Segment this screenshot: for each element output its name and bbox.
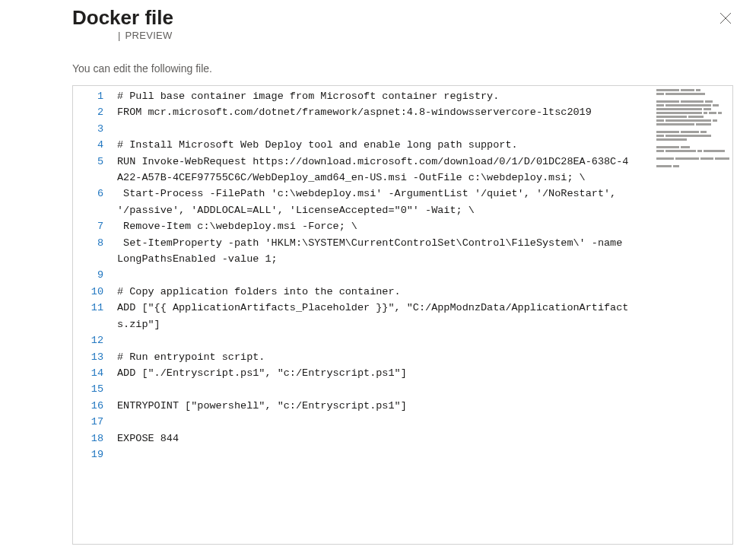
code-editor[interactable]: 12345678910111213141516171819 # Pull bas… — [72, 85, 733, 545]
code-line[interactable] — [117, 332, 634, 348]
code-line[interactable]: Set-ItemProperty -path 'HKLM:\SYSTEM\Cur… — [117, 235, 634, 268]
code-line[interactable]: Remove-Item c:\webdeploy.msi -Force; \ — [117, 218, 634, 234]
line-number: 8 — [73, 235, 103, 268]
line-gutter: 12345678910111213141516171819 — [73, 86, 113, 544]
line-number: 15 — [73, 381, 103, 397]
line-number: 16 — [73, 398, 103, 414]
code-line[interactable]: # Copy application folders into the cont… — [117, 284, 634, 300]
line-number: 5 — [73, 154, 103, 186]
code-line[interactable] — [117, 121, 634, 137]
code-line[interactable]: EXPOSE 844 — [117, 431, 634, 447]
code-content[interactable]: # Pull base container image from Microso… — [113, 86, 732, 544]
line-number: 10 — [73, 284, 103, 300]
close-icon — [719, 15, 732, 27]
line-number: 13 — [73, 349, 103, 365]
code-line[interactable]: ADD ["./Entryscript.ps1", "c:/Entryscrip… — [117, 365, 634, 381]
line-number: 18 — [73, 431, 103, 447]
code-line[interactable] — [117, 381, 634, 397]
pipe-separator: | — [118, 30, 121, 41]
preview-badge: | PREVIEW — [72, 30, 733, 41]
code-line[interactable]: # Pull base container image from Microso… — [117, 88, 634, 104]
line-number: 19 — [73, 447, 103, 462]
preview-label: PREVIEW — [125, 30, 173, 41]
line-number: 14 — [73, 365, 103, 381]
line-number: 9 — [73, 267, 103, 283]
code-line[interactable]: ENTRYPOINT ["powershell", "c:/Entryscrip… — [117, 398, 634, 414]
line-number: 17 — [73, 414, 103, 430]
line-number: 4 — [73, 137, 103, 153]
code-line[interactable]: RUN Invoke-WebRequest https://download.m… — [117, 154, 634, 186]
line-number: 6 — [73, 186, 103, 218]
close-button[interactable] — [715, 8, 736, 29]
panel-header: Docker file — [72, 6, 733, 30]
line-number: 3 — [73, 121, 103, 137]
code-line[interactable]: # Run entrypoint script. — [117, 349, 634, 365]
code-line[interactable] — [117, 267, 634, 283]
code-line[interactable]: # Install Microsoft Web Deploy tool and … — [117, 137, 634, 153]
subheader-text: You can edit the following file. — [72, 62, 733, 75]
code-line[interactable]: Start-Process -FilePath 'c:\webdeploy.ms… — [117, 186, 634, 218]
line-number: 1 — [73, 88, 103, 104]
line-number: 2 — [73, 104, 103, 120]
panel-title: Docker file — [72, 6, 173, 30]
line-number: 7 — [73, 218, 103, 234]
code-line[interactable]: ADD ["{{ ApplicationArtifacts_Placeholde… — [117, 300, 634, 332]
code-line[interactable]: FROM mcr.microsoft.com/dotnet/framework/… — [117, 104, 634, 120]
line-number: 12 — [73, 332, 103, 348]
code-line[interactable] — [117, 414, 634, 430]
line-number: 11 — [73, 300, 103, 332]
code-line[interactable] — [117, 447, 634, 462]
dockerfile-panel: Docker file | PREVIEW You can edit the f… — [0, 0, 756, 545]
